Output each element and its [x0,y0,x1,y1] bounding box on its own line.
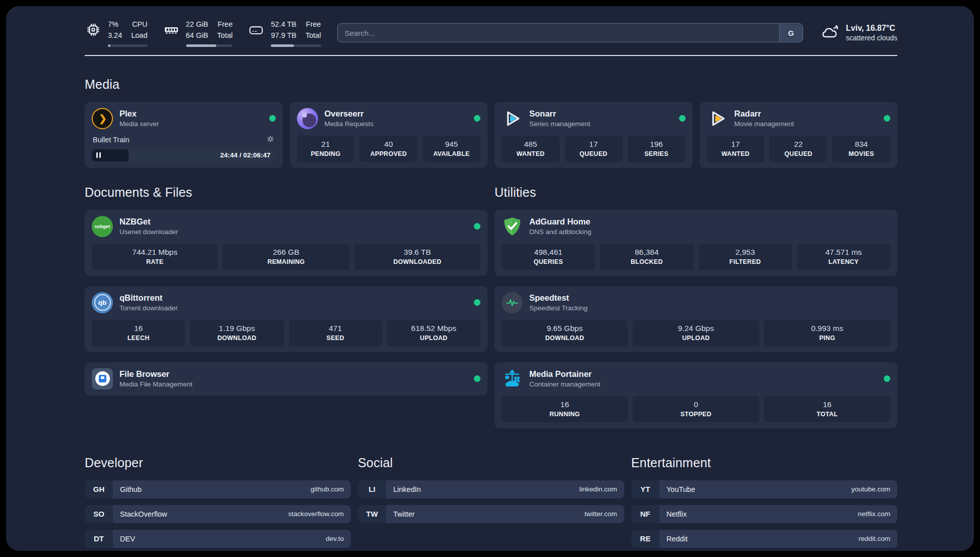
qbittorrent-icon: qb [92,292,113,313]
stat-box: 945 AVAILABLE [422,136,480,162]
stat-value: 498,461 [504,248,593,257]
bookmark-github[interactable]: GH Github github.com [85,480,351,498]
playback-progress-fill [92,149,129,161]
stat-box: 618.52 Mbps UPLOAD [387,320,480,346]
status-dot-online [269,115,276,122]
bookmark-reddit[interactable]: RE Reddit reddit.com [631,530,897,548]
card-overseerr[interactable]: Overseerr Media Requests 21 PENDING 40 A… [290,102,488,168]
app-name: Media Portainer [529,369,600,379]
stat-value: 17 [567,140,621,149]
gear-icon[interactable] [266,135,275,145]
now-playing-title: Bullet Train [93,136,130,144]
section-media: Media ❯ Plex Media server [85,77,897,168]
adguard-icon [502,216,523,237]
memory-total: 64 GiB [186,30,208,41]
disk-stat-widget: 52.4 TB 97.9 TB Free Total [248,19,321,47]
bookmark-youtube[interactable]: YT YouTube youtube.com [631,480,897,498]
stat-label: REMAINING [225,258,347,265]
app-subtitle: Media File Management [119,380,193,388]
stat-label: DOWNLOADED [356,258,478,265]
stat-label: QUERIES [504,258,593,265]
bookmark-twitter[interactable]: TW Twitter twitter.com [358,505,624,523]
stat-box: 834 MOVIES [832,136,890,162]
section-title-entertainment: Entertainment [631,456,897,470]
status-dot-online [474,115,480,122]
memory-label-top: Free [217,19,233,30]
stat-box: 196 SERIES [628,136,686,162]
card-adguard[interactable]: AdGuard Home DNS and adblocking 498,461 … [495,210,897,276]
section-developer: Developer GH Github github.com SO StackO… [85,456,351,548]
section-utilities: Utilities [495,185,897,428]
pause-icon[interactable] [96,152,101,158]
card-speedtest[interactable]: Speedtest Speedtest Tracking 9.65 Gbps D… [495,286,897,352]
stat-label: WANTED [504,150,558,157]
app-name: AdGuard Home [529,217,591,227]
stat-box: 485 WANTED [502,136,560,162]
stat-label: UPLOAD [389,335,478,342]
section-title-media: Media [85,77,897,92]
app-subtitle: Movie management [734,120,794,128]
stat-label: FILTERED [701,258,790,265]
playback-progress-bar[interactable]: 24:44 / 02:06:47 [92,149,276,161]
stat-label: MOVIES [834,150,888,157]
search-bar: G [337,23,803,42]
stat-box: 17 WANTED [707,136,765,162]
stat-label: DOWNLOAD [504,335,626,342]
card-portainer[interactable]: Media Portainer Container management 16 … [495,362,897,428]
stat-value: 16 [94,324,183,333]
section-social: Social LI LinkedIn linkedin.com TW Twitt… [358,456,624,548]
bookmark-linkedin[interactable]: LI LinkedIn linkedin.com [358,480,624,498]
stat-box: 9.24 Gbps UPLOAD [633,320,759,346]
card-radarr[interactable]: Radarr Movie management 17 WANTED 22 QUE… [700,102,898,168]
card-plex[interactable]: ❯ Plex Media server Bullet Train [85,102,283,168]
system-stats: 7% 3.24 CPU Load [85,19,321,47]
bookmark-abbr: TW [358,505,386,523]
status-dot-online [474,375,480,382]
stat-value: 1.19 Gbps [192,324,281,333]
stat-label: SERIES [630,150,684,157]
stat-label: AVAILABLE [424,150,478,157]
search-provider-button[interactable]: G [779,24,803,42]
bookmark-abbr: DT [85,530,113,548]
disk-label-bottom: Total [305,30,321,41]
bookmark-stackoverflow[interactable]: SO StackOverflow stackoverflow.com [85,505,351,523]
cpu-usage: 7% [108,19,122,30]
search-input[interactable] [337,23,803,42]
stat-value: 16 [504,400,626,409]
stat-value: 945 [424,140,478,149]
card-qbittorrent[interactable]: qb qBittorrent Torrent downloader 16 [85,286,487,352]
stat-value: 196 [630,140,684,149]
stat-label: RUNNING [504,411,626,418]
stat-value: 22 [771,140,825,149]
stat-box: 16 RUNNING [502,396,628,422]
bookmark-url: linkedin.com [579,485,617,493]
stat-box: 266 GB REMAINING [223,244,349,270]
bookmark-dev[interactable]: DT DEV dev.to [85,530,351,548]
stat-label: UPLOAD [635,335,757,342]
stat-value: 834 [834,140,888,149]
memory-free: 22 GiB [186,19,208,30]
bookmark-url: reddit.com [859,535,890,542]
stat-box: 0.993 ms PING [764,320,890,346]
status-dot-online [474,299,480,306]
bookmark-abbr: NF [631,505,659,523]
stat-label: SEED [291,335,380,342]
stat-value: 17 [709,140,763,149]
card-filebrowser[interactable]: File Browser Media File Management [85,362,487,396]
section-title-utilities: Utilities [495,185,897,200]
status-dot-online [474,223,480,230]
card-nzbget[interactable]: nzbget NZBGet Usenet downloader 744.21 M… [85,210,487,276]
disk-progress-bar [271,44,321,47]
card-sonarr[interactable]: Sonarr Series management 485 WANTED 17 Q… [495,102,693,168]
bookmark-abbr: RE [631,530,659,548]
stat-label: APPROVED [361,150,415,157]
cpu-icon [85,19,102,37]
disk-total: 97.9 TB [271,30,296,41]
radarr-icon [707,108,728,129]
bookmark-netflix[interactable]: NF Netflix netflix.com [631,505,897,523]
bookmark-name: DEV [120,535,135,543]
filebrowser-icon [92,368,113,389]
stat-box: 1.19 Gbps DOWNLOAD [190,320,283,346]
app-subtitle: Series management [529,120,590,128]
stat-label: RATE [94,258,216,265]
